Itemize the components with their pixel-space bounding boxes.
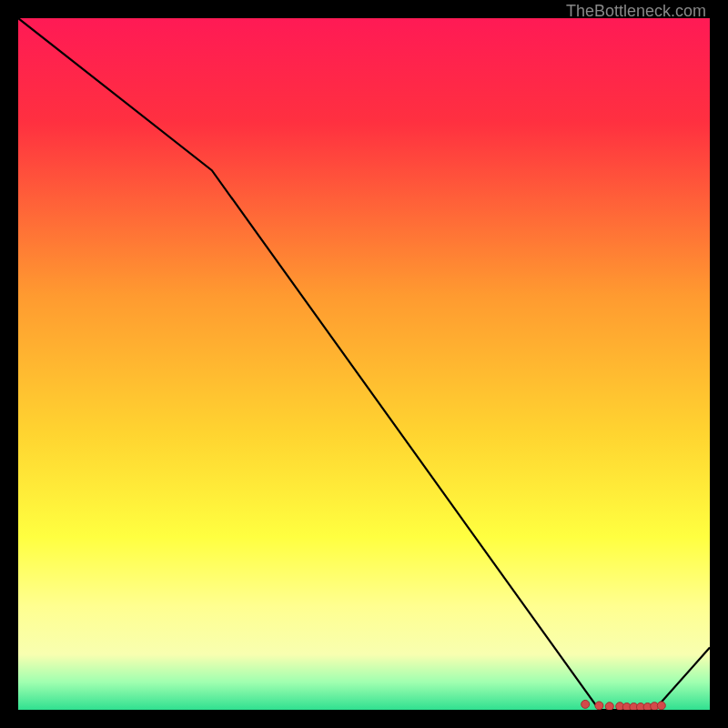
chart-plot-area xyxy=(18,18,710,710)
watermark-text: TheBottleneck.com xyxy=(566,2,706,21)
chart-curve xyxy=(18,18,710,710)
data-point-marker xyxy=(595,702,603,710)
data-point-marker xyxy=(581,700,590,708)
data-point-marker xyxy=(605,703,613,710)
data-point-marker xyxy=(657,702,665,710)
